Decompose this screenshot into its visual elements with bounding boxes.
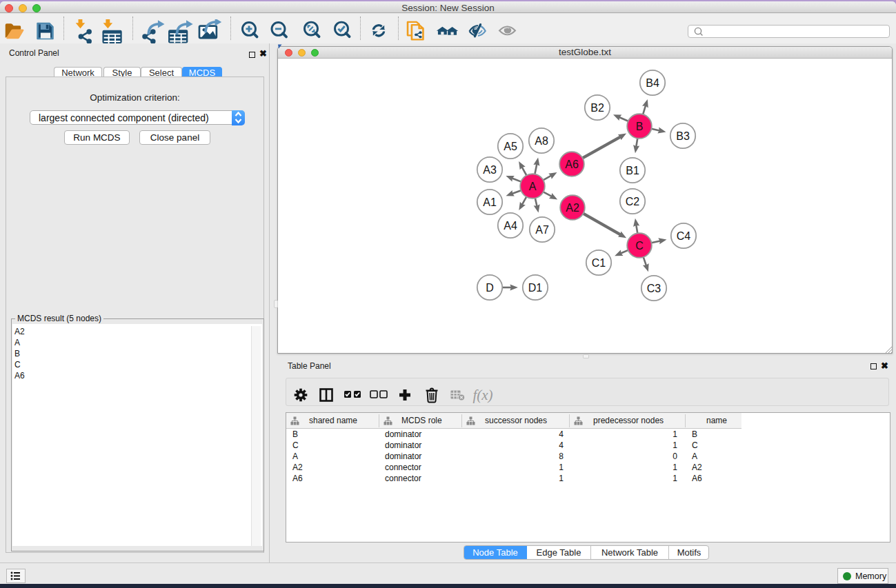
svg-text:A7: A7	[535, 224, 549, 236]
svg-text:A1: A1	[483, 196, 497, 208]
svg-text:C4: C4	[677, 230, 691, 242]
svg-text:C: C	[635, 240, 644, 252]
svg-text:B2: B2	[590, 102, 604, 114]
svg-text:A: A	[529, 181, 537, 192]
svg-text:B: B	[636, 121, 644, 132]
svg-text:C3: C3	[647, 283, 661, 294]
svg-text:A5: A5	[504, 141, 517, 152]
svg-text:A6: A6	[565, 159, 579, 170]
svg-text:A4: A4	[504, 220, 517, 232]
svg-text:B3: B3	[676, 130, 690, 142]
svg-text:D1: D1	[528, 282, 543, 294]
svg-text:D: D	[486, 282, 494, 294]
svg-text:f(x): f(x)	[472, 387, 492, 403]
svg-text:A8: A8	[535, 135, 548, 147]
svg-text:C2: C2	[626, 196, 640, 207]
svg-text:B1: B1	[626, 165, 639, 176]
svg-text:A2: A2	[566, 202, 579, 214]
svg-text:A3: A3	[483, 164, 497, 176]
svg-text:B4: B4	[646, 77, 659, 89]
svg-text:C1: C1	[592, 257, 606, 269]
